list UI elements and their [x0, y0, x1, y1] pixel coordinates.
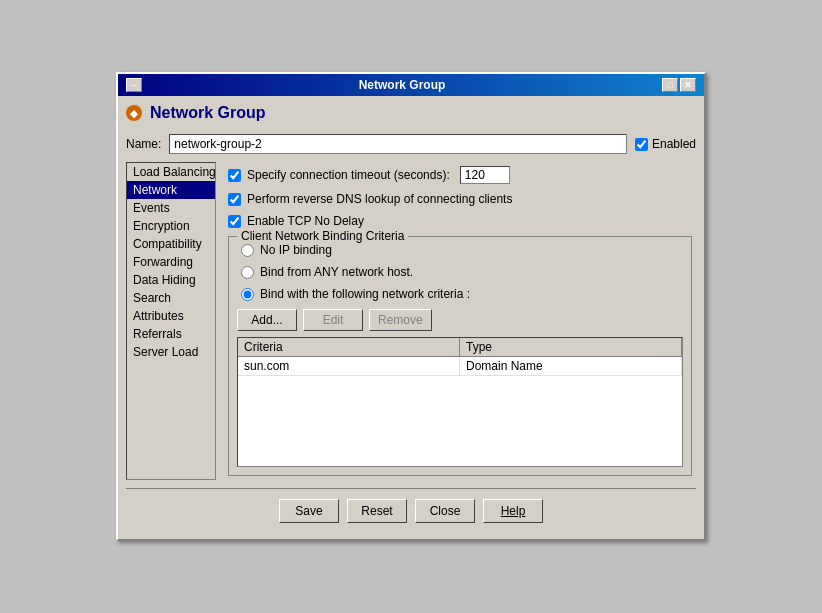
- radio-no-ip[interactable]: [241, 244, 254, 257]
- enabled-checkbox-row: Enabled: [635, 137, 696, 151]
- sidebar-item-data-hiding[interactable]: Data Hiding: [127, 271, 215, 289]
- enabled-label: Enabled: [652, 137, 696, 151]
- main-panel: Specify connection timeout (seconds): Pe…: [224, 162, 696, 480]
- add-button[interactable]: Add...: [237, 309, 297, 331]
- tcp-nodelay-checkbox[interactable]: [228, 215, 241, 228]
- edit-button[interactable]: Edit: [303, 309, 363, 331]
- window-body: ◆ Network Group Name: Enabled Load Balan…: [118, 96, 704, 539]
- timeout-row: Specify connection timeout (seconds):: [228, 166, 692, 184]
- radio-no-ip-label: No IP binding: [260, 243, 332, 257]
- sidebar-item-network[interactable]: Network: [127, 181, 215, 199]
- sidebar-item-server-load[interactable]: Server Load: [127, 343, 215, 361]
- table-header: Criteria Type: [238, 338, 682, 357]
- timeout-checkbox[interactable]: [228, 169, 241, 182]
- reverse-dns-checkbox[interactable]: [228, 193, 241, 206]
- page-title: Network Group: [150, 104, 266, 122]
- reverse-dns-label: Perform reverse DNS lookup of connecting…: [247, 192, 512, 206]
- tcp-nodelay-label: Enable TCP No Delay: [247, 214, 364, 228]
- close-button[interactable]: Close: [415, 499, 475, 523]
- minimize-button[interactable]: ─: [126, 78, 142, 92]
- table-row[interactable]: sun.com Domain Name: [238, 357, 682, 376]
- enabled-checkbox[interactable]: [635, 138, 648, 151]
- criteria-table: Criteria Type sun.com Domain Name: [237, 337, 683, 467]
- radio-following[interactable]: [241, 288, 254, 301]
- window-title: Network Group: [142, 78, 662, 92]
- sidebar-item-attributes[interactable]: Attributes: [127, 307, 215, 325]
- name-label: Name:: [126, 137, 161, 151]
- timeout-input[interactable]: [460, 166, 510, 184]
- footer: Save Reset Close Help: [126, 488, 696, 531]
- reverse-dns-row: Perform reverse DNS lookup of connecting…: [228, 192, 692, 206]
- sidebar: Load Balancing Network Events Encryption…: [126, 162, 216, 480]
- sidebar-item-search[interactable]: Search: [127, 289, 215, 307]
- tcp-nodelay-row: Enable TCP No Delay: [228, 214, 692, 228]
- binding-criteria-group: Client Network Binding Criteria No IP bi…: [228, 236, 692, 476]
- content-area: Load Balancing Network Events Encryption…: [126, 162, 696, 480]
- group-box-title: Client Network Binding Criteria: [237, 229, 408, 243]
- name-input[interactable]: [169, 134, 627, 154]
- table-button-row: Add... Edit Remove: [237, 309, 683, 331]
- name-row: Name: Enabled: [126, 134, 696, 154]
- col-criteria: Criteria: [238, 338, 460, 356]
- cell-criteria: sun.com: [238, 357, 460, 375]
- radio-following-row: Bind with the following network criteria…: [237, 287, 683, 301]
- maximize-button[interactable]: □: [662, 78, 678, 92]
- cell-type: Domain Name: [460, 357, 682, 375]
- remove-button[interactable]: Remove: [369, 309, 432, 331]
- reset-button[interactable]: Reset: [347, 499, 407, 523]
- page-header: ◆ Network Group: [126, 104, 696, 126]
- sidebar-item-referrals[interactable]: Referrals: [127, 325, 215, 343]
- title-controls: □ ✕: [662, 78, 696, 92]
- radio-any-host-label: Bind from ANY network host.: [260, 265, 413, 279]
- col-type: Type: [460, 338, 682, 356]
- main-window: ─ Network Group □ ✕ ◆ Network Group Name…: [116, 72, 706, 541]
- close-button[interactable]: ✕: [680, 78, 696, 92]
- sidebar-item-load-balancing[interactable]: Load Balancing: [127, 163, 215, 181]
- radio-following-label: Bind with the following network criteria…: [260, 287, 470, 301]
- sidebar-item-compatibility[interactable]: Compatibility: [127, 235, 215, 253]
- title-bar: ─ Network Group □ ✕: [118, 74, 704, 96]
- radio-any-host[interactable]: [241, 266, 254, 279]
- radio-any-host-row: Bind from ANY network host.: [237, 265, 683, 279]
- help-button[interactable]: Help: [483, 499, 543, 523]
- timeout-label: Specify connection timeout (seconds):: [247, 168, 450, 182]
- save-button[interactable]: Save: [279, 499, 339, 523]
- header-icon: ◆: [126, 105, 142, 121]
- sidebar-item-events[interactable]: Events: [127, 199, 215, 217]
- radio-no-ip-row: No IP binding: [237, 243, 683, 257]
- sidebar-item-encryption[interactable]: Encryption: [127, 217, 215, 235]
- sidebar-item-forwarding[interactable]: Forwarding: [127, 253, 215, 271]
